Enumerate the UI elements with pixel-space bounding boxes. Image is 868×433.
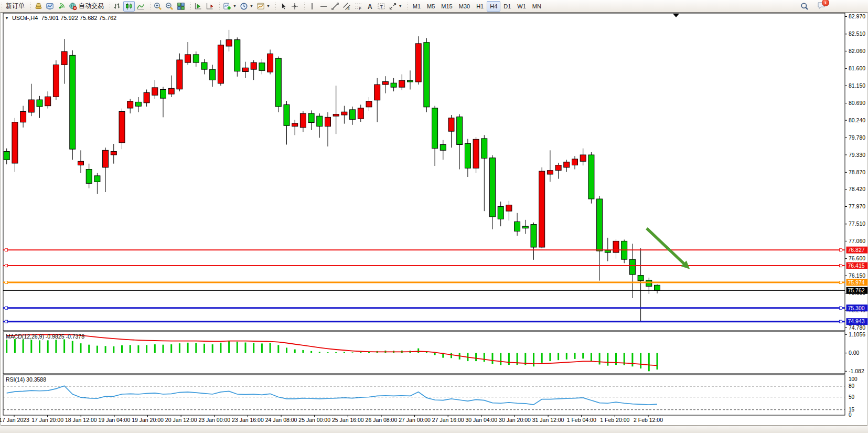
charts-window-button[interactable] [33, 1, 44, 12]
price-label-76.415[interactable]: 76.415 [846, 262, 868, 269]
line-chart-button[interactable] [135, 1, 146, 12]
templates-button[interactable]: ▼ [255, 1, 272, 12]
line-chart-icon [136, 2, 145, 10]
svg-text:E: E [347, 6, 350, 10]
price-label-74.943[interactable]: 74.943 [846, 318, 868, 325]
bear-candle [160, 90, 166, 99]
fibonacci-button[interactable]: F [352, 1, 364, 12]
price-tick-label: 80.240 [849, 117, 865, 123]
time-tick-label: 24 Jan 08:00 [265, 417, 297, 423]
chart-ohlc-values: 75.901 75.922 75.682 75.762 [41, 15, 116, 21]
bull-candle [103, 150, 109, 167]
price-label-75.974[interactable]: 75.974 [846, 279, 868, 286]
cursor-button[interactable] [277, 1, 289, 12]
timeframe-h1[interactable]: H1 [473, 1, 487, 12]
new-order-button[interactable]: 新订单 [4, 1, 27, 12]
bull-candle [473, 139, 479, 168]
price-tick-label: 81.150 [849, 82, 865, 89]
line-handle[interactable] [840, 307, 842, 309]
bull-candle [243, 68, 249, 71]
crosshair-icon [291, 2, 299, 10]
auto-trading-button[interactable]: 自动交易 [67, 1, 106, 12]
line-handle[interactable] [840, 281, 842, 284]
price-label-76.827[interactable]: 76.827 [846, 247, 868, 254]
timeframe-h4[interactable]: H4 [487, 1, 500, 12]
time-tick-label: 19 Jan 20:00 [132, 417, 164, 423]
rsi-label: RSI(14) 30.3588 [6, 376, 46, 383]
bull-candle [547, 171, 553, 174]
timeframe-m5[interactable]: M5 [424, 1, 438, 12]
toolbar-group: ▼▼▼ [218, 1, 274, 12]
chart-dropdown-icon[interactable]: ▼ [5, 16, 9, 20]
timeframe-w1[interactable]: W1 [514, 1, 529, 12]
bear-candle [515, 221, 520, 231]
timeframe-m15[interactable]: M15 [438, 1, 455, 12]
line-handle[interactable] [5, 265, 8, 267]
bull-candle [144, 92, 149, 103]
line-handle[interactable] [840, 265, 842, 267]
bear-candle [4, 152, 9, 160]
time-axis[interactable]: 17 Jan 202317 Jan 20:0018 Jan 12:0019 Ja… [0, 415, 663, 423]
time-tick-label: 1 Feb 04:00 [567, 417, 596, 423]
market-watch-button[interactable] [44, 1, 56, 12]
timeframe-d1[interactable]: D1 [500, 1, 514, 12]
line-handle[interactable] [840, 249, 842, 251]
toolbar-group [274, 1, 303, 12]
rsi-pane[interactable] [3, 375, 845, 415]
crosshair-button[interactable] [289, 1, 301, 12]
bull-candle [580, 155, 586, 161]
bear-candle [408, 80, 413, 82]
bull-candle [292, 123, 298, 126]
price-tick-label: 82.970 [849, 13, 865, 19]
timeframe-mn[interactable]: MN [529, 1, 544, 12]
horizontal-line-button[interactable] [318, 1, 329, 12]
candlestick-chart-button[interactable] [123, 1, 135, 12]
chart-shift-button[interactable] [204, 1, 216, 12]
bear-candle [605, 250, 610, 252]
toolbar-group [148, 1, 189, 12]
label-button[interactable]: T [376, 1, 387, 12]
horizontal-line-icon [319, 2, 328, 10]
bull-candle [341, 112, 347, 115]
signals-button[interactable] [56, 1, 67, 12]
bull-candle [53, 65, 59, 97]
price-label-75.300[interactable]: 75.300 [846, 304, 868, 311]
time-tick-label: 17 Jan 2023 [0, 417, 29, 423]
text-button[interactable]: A [364, 1, 376, 12]
chart-canvas[interactable]: 82.97082.51082.06081.60081.15080.69080.2… [0, 0, 868, 433]
price-chip-label: 75.974 [848, 279, 865, 286]
bull-candle [399, 80, 405, 87]
line-handle[interactable] [5, 249, 8, 251]
periods-button[interactable]: ▼ [238, 1, 255, 12]
status-bar [0, 426, 868, 433]
zoom-out-icon [165, 2, 174, 10]
indicators-button[interactable]: ▼ [221, 1, 238, 12]
svg-text:F: F [359, 7, 361, 10]
bear-candle [440, 145, 446, 151]
line-handle[interactable] [5, 307, 8, 309]
vertical-line-button[interactable] [306, 1, 318, 12]
line-handle[interactable] [5, 320, 8, 323]
bull-candle [506, 205, 512, 212]
current-price-label[interactable]: 75.762 [846, 287, 868, 294]
bear-candle [465, 143, 470, 168]
auto-trading-button-label: 自动交易 [78, 2, 104, 10]
line-handle[interactable] [840, 320, 842, 323]
notifications-button[interactable]: 1 [816, 1, 827, 12]
search-button[interactable] [799, 1, 810, 12]
chart-window[interactable]: 82.97082.51082.06081.60081.15080.69080.2… [0, 0, 868, 433]
equidistant-channel-button[interactable]: E [341, 1, 352, 12]
line-handle[interactable] [5, 281, 8, 284]
timeframe-m30[interactable]: M30 [456, 1, 473, 12]
zoom-out-button[interactable] [164, 1, 175, 12]
zoom-in-button[interactable] [152, 1, 164, 12]
trendline-button[interactable] [329, 1, 341, 12]
signal-icon [57, 2, 66, 10]
bear-candle [457, 117, 463, 145]
arrows-button[interactable]: ▼ [387, 1, 404, 12]
timeframe-m1[interactable]: M1 [410, 1, 424, 12]
tile-windows-button[interactable] [175, 1, 187, 12]
bar-chart-button[interactable] [112, 1, 123, 12]
auto-scroll-button[interactable] [192, 1, 204, 12]
bull-candle [61, 51, 67, 65]
